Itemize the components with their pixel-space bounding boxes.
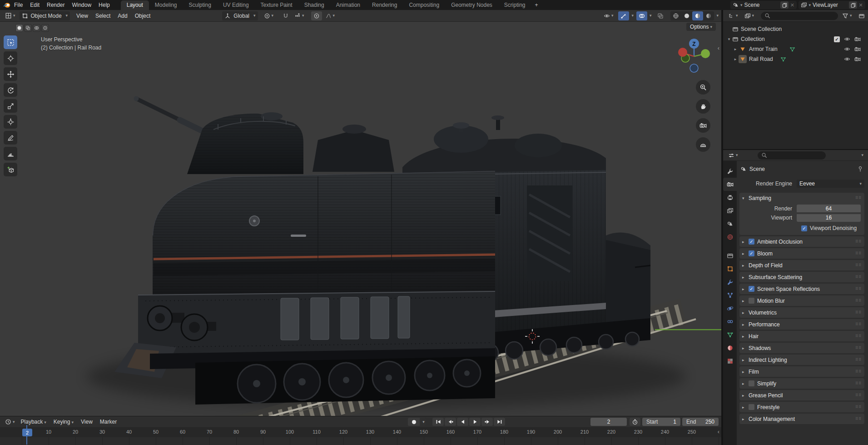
timeline-marker-menu[interactable]: Marker: [96, 418, 120, 426]
region-collapse-arrow[interactable]: ‹: [718, 45, 719, 51]
panel-grip-icon[interactable]: ⠿⠿: [855, 405, 862, 409]
panel-header[interactable]: ▸ Indirect Lighting ⠿⠿: [739, 355, 864, 365]
panel-header[interactable]: ▸ Volumetrics ⠿⠿: [739, 307, 864, 318]
viewlayer-selector[interactable]: ▾ ViewLayer ✕: [799, 1, 865, 9]
outliner-row-armor-train[interactable]: ▸ Armor Train: [726, 44, 868, 54]
workspace-tab[interactable]: Layout: [121, 0, 149, 10]
use-preview-range-button[interactable]: [630, 418, 640, 426]
panel-checkbox[interactable]: [749, 250, 754, 256]
tool-select-box[interactable]: [4, 35, 17, 49]
prev-keyframe-button[interactable]: [445, 418, 456, 426]
workspace-tab[interactable]: UV Editing: [217, 0, 255, 10]
unlink-scene-button[interactable]: ✕: [789, 2, 796, 8]
zoom-button[interactable]: [696, 80, 710, 95]
scene-selector[interactable]: ▾ Scene ✕: [730, 1, 797, 9]
tool-measure[interactable]: [4, 147, 17, 160]
panel-header[interactable]: ▸ Bloom ⠿⠿: [739, 248, 864, 259]
panel-checkbox[interactable]: [749, 298, 754, 304]
panel-grip-icon[interactable]: ⠿⠿: [855, 358, 862, 362]
next-keyframe-button[interactable]: [481, 418, 493, 426]
disable-in-renders-icon[interactable]: [854, 56, 861, 62]
disable-in-renders-icon[interactable]: [854, 46, 861, 52]
panel-header[interactable]: ▸ Subsurface Scattering ⠿⠿: [739, 272, 864, 282]
jump-to-end-button[interactable]: [494, 418, 505, 426]
panel-grip-icon[interactable]: ⠿⠿: [855, 417, 862, 421]
outliner-row-rail-road[interactable]: ▸ Rail Road: [726, 54, 868, 64]
panel-header[interactable]: ▸ Color Management ⠿⠿: [739, 414, 864, 424]
panel-grip-icon[interactable]: ⠿⠿: [855, 263, 862, 267]
properties-editor-type-button[interactable]: ▾: [726, 151, 740, 160]
timeline-editor-type-button[interactable]: ▾: [3, 418, 17, 426]
workspace-tab[interactable]: Sculpting: [183, 0, 217, 10]
topbar-menu[interactable]: Help: [95, 1, 114, 9]
viewport-menu[interactable]: Select: [92, 12, 114, 20]
disclosure-triangle[interactable]: ▸: [732, 47, 739, 51]
panel-header[interactable]: ▸ Film ⠿⠿: [739, 366, 864, 377]
select-mode-subtract-button[interactable]: [33, 24, 40, 32]
outliner-row-collection[interactable]: ▾ Collection ✓: [726, 34, 868, 44]
panel-header[interactable]: ▸ Freestyle ⠿⠿: [739, 402, 864, 412]
object-visibility-selector[interactable]: ▾: [601, 12, 616, 20]
navigation-gizmo[interactable]: Z: [675, 37, 713, 75]
tab-object-data[interactable]: [723, 328, 737, 341]
panel-grip-icon[interactable]: ⠿⠿: [855, 299, 862, 303]
topbar-menu[interactable]: Window: [68, 1, 95, 9]
editor-type-button[interactable]: ▾: [3, 11, 18, 20]
tab-render[interactable]: [723, 178, 737, 191]
viewport-menu[interactable]: Object: [131, 12, 154, 20]
new-collection-button[interactable]: [856, 12, 867, 20]
pan-button[interactable]: [696, 99, 710, 114]
panel-grip-icon[interactable]: ⠿⠿: [855, 251, 862, 255]
snap-toggle[interactable]: [280, 11, 291, 20]
shading-wireframe-button[interactable]: [670, 11, 681, 20]
outliner-row-scene-collection[interactable]: Scene Collection: [726, 24, 868, 34]
play-button[interactable]: [469, 418, 481, 426]
topbar-menu[interactable]: Render: [43, 1, 68, 9]
panel-grip-icon[interactable]: ⠿⠿: [855, 310, 862, 315]
panel-grip-icon[interactable]: ⠿⠿: [855, 334, 862, 338]
play-reverse-button[interactable]: [457, 418, 468, 426]
viewport-scene-render[interactable]: [0, 22, 721, 416]
tab-particles[interactable]: [723, 289, 737, 302]
panel-checkbox[interactable]: [749, 380, 754, 386]
viewport-denoising-checkbox[interactable]: ✓: [801, 225, 807, 231]
region-collapse-arrow[interactable]: ‹: [718, 428, 719, 435]
options-button[interactable]: Options ▾: [686, 23, 716, 31]
workspace-tab[interactable]: Shading: [298, 0, 330, 10]
shading-rendered-button[interactable]: [703, 11, 714, 20]
tab-object[interactable]: [723, 262, 737, 275]
panel-checkbox[interactable]: [749, 286, 754, 292]
proportional-editing-toggle[interactable]: [311, 11, 322, 20]
panel-grip-icon[interactable]: ⠿⠿: [855, 196, 862, 200]
panel-header[interactable]: ▸ Grease Pencil ⠿⠿: [739, 390, 864, 400]
snap-settings-selector[interactable]: ▾: [292, 12, 307, 20]
outliner-search-input[interactable]: [761, 12, 838, 20]
transform-orientation-selector[interactable]: Global ▾: [222, 11, 258, 20]
panel-grip-icon[interactable]: ⠿⠿: [855, 346, 862, 350]
topbar-menu[interactable]: File: [10, 1, 26, 9]
tool-cursor[interactable]: [4, 51, 17, 65]
keying-menu[interactable]: Keying▾: [50, 418, 77, 426]
hide-in-viewport-icon[interactable]: [844, 36, 850, 42]
select-mode-new-button[interactable]: [15, 24, 23, 32]
xray-toggle[interactable]: [655, 11, 666, 20]
panel-header[interactable]: ▸ Depth of Field ⠿⠿: [739, 260, 864, 270]
properties-search-input[interactable]: [758, 151, 826, 160]
workspace-tab[interactable]: Modeling: [149, 0, 183, 10]
new-scene-button[interactable]: [780, 1, 789, 9]
tab-modifiers[interactable]: [723, 275, 737, 289]
timeline-view-menu[interactable]: View: [77, 418, 96, 426]
topbar-menu[interactable]: Edit: [26, 1, 43, 9]
panel-header[interactable]: ▸ Simplify ⠿⠿: [739, 378, 864, 389]
panel-grip-icon[interactable]: ⠿⠿: [855, 370, 862, 374]
workspace-tab[interactable]: Rendering: [366, 0, 403, 10]
tool-scale[interactable]: [4, 99, 17, 113]
remove-viewlayer-button[interactable]: ✕: [857, 2, 864, 8]
playback-menu[interactable]: Playback▾: [17, 418, 50, 426]
playhead-marker[interactable]: 2: [22, 429, 32, 436]
overlays-dropdown[interactable]: ▾: [650, 14, 652, 18]
tab-texture[interactable]: [723, 355, 737, 368]
pivot-point-selector[interactable]: ▾: [262, 12, 276, 20]
current-frame-field[interactable]: 2: [590, 418, 627, 426]
jump-to-start-button[interactable]: [432, 418, 444, 426]
